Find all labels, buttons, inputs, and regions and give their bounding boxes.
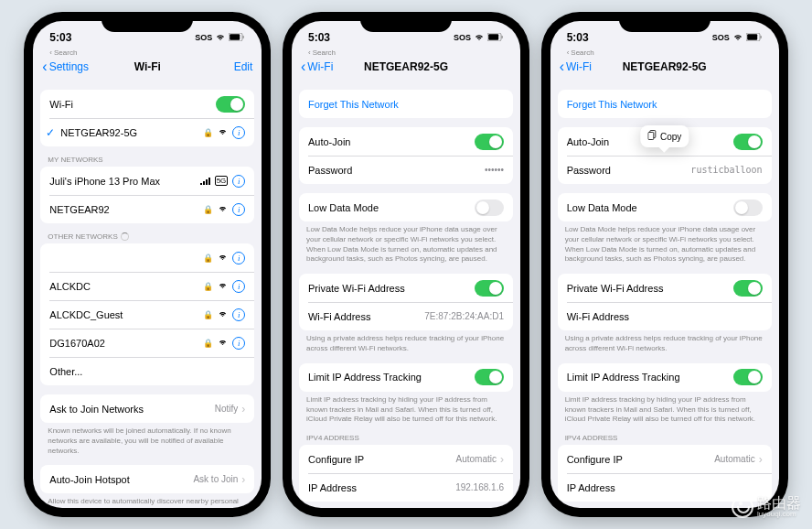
back-button[interactable]: ‹ Wi-Fi bbox=[301, 59, 333, 75]
ask-to-join-row[interactable]: Ask to Join Networks Notify › bbox=[40, 394, 254, 423]
private-wifi-toggle[interactable] bbox=[733, 280, 763, 297]
back-button[interactable]: ‹ Settings bbox=[42, 59, 89, 75]
private-wifi-toggle[interactable] bbox=[475, 280, 504, 297]
battery-icon bbox=[487, 33, 504, 43]
signal-icon bbox=[200, 178, 210, 185]
spinner-icon bbox=[121, 232, 129, 241]
edit-button[interactable]: Edit bbox=[234, 60, 253, 73]
my-network-row[interactable]: NETGEAR92 🔒 i bbox=[40, 195, 254, 223]
status-time: 5:03 bbox=[308, 31, 330, 44]
forget-network-button[interactable]: Forget This Network bbox=[299, 90, 513, 118]
network-name: Other... bbox=[49, 366, 245, 377]
breadcrumb-search[interactable]: ‹ Search bbox=[292, 49, 520, 57]
auto-join-toggle[interactable] bbox=[475, 134, 504, 150]
watermark-main: 路由器 bbox=[757, 496, 801, 511]
configure-ip-row[interactable]: Configure IP Automatic › bbox=[558, 445, 772, 473]
limit-footer: Limit IP address tracking by hiding your… bbox=[299, 392, 513, 425]
other-network-row[interactable]: ALCKDC 🔒 i bbox=[40, 272, 254, 300]
forget-network-button[interactable]: Forget This Network bbox=[558, 90, 772, 118]
notch bbox=[619, 12, 710, 32]
status-time: 5:03 bbox=[567, 31, 589, 44]
wifi-toggle-label: Wi-Fi bbox=[49, 99, 216, 110]
lock-icon: 🔒 bbox=[203, 339, 213, 348]
other-networks-header: OTHER NETWORKS bbox=[40, 232, 254, 243]
low-data-toggle[interactable] bbox=[475, 200, 504, 216]
limit-ip-toggle[interactable] bbox=[475, 369, 504, 385]
other-network-row[interactable]: DG1670A02 🔒 i bbox=[40, 329, 254, 357]
wifi-icon bbox=[218, 127, 228, 137]
copy-popover[interactable]: Copy bbox=[640, 125, 689, 147]
nav-header: ‹ Settings Wi-Fi Edit bbox=[33, 57, 262, 81]
chevron-right-icon: › bbox=[241, 473, 245, 486]
battery-icon bbox=[746, 33, 763, 43]
wifi-address-row[interactable]: Wi-Fi Address bbox=[558, 302, 772, 330]
low-data-mode-row: Low Data Mode bbox=[299, 193, 513, 221]
network-name: DG1670A02 bbox=[49, 338, 203, 349]
connected-network-row[interactable]: ✓ NETGEAR92-5G 🔒 i bbox=[40, 118, 254, 146]
nav-header: ‹ Wi-Fi NETGEAR92-5G bbox=[292, 57, 520, 81]
wifi-icon bbox=[474, 33, 485, 43]
lock-icon: 🔒 bbox=[203, 254, 213, 263]
wifi-icon bbox=[218, 281, 228, 291]
wifi-toggle[interactable] bbox=[216, 96, 245, 113]
svg-rect-7 bbox=[747, 34, 757, 40]
other-network-row-other[interactable]: Other... bbox=[40, 357, 254, 385]
back-button[interactable]: ‹ Wi-Fi bbox=[560, 59, 592, 75]
other-network-row[interactable]: 🔒 i bbox=[40, 243, 254, 272]
chevron-left-icon: ‹ bbox=[49, 49, 52, 57]
limit-ip-toggle[interactable] bbox=[733, 369, 763, 385]
wifi-address-row[interactable]: Wi-Fi Address 7E:87:2B:24:AA:D1 bbox=[299, 302, 513, 330]
connected-network-name: NETGEAR92-5G bbox=[60, 127, 203, 138]
lock-icon: 🔒 bbox=[203, 128, 213, 137]
chevron-left-icon: ‹ bbox=[42, 59, 47, 75]
phone-wifi-detail-revealed: 5:03 SOS ‹ Search ‹ Wi-Fi NETGEAR92-5G C… bbox=[541, 12, 788, 517]
chevron-right-icon: › bbox=[241, 403, 245, 416]
network-name: ALCKDC_Guest bbox=[49, 309, 203, 320]
auto-join-hotspot-row[interactable]: Auto-Join Hotspot Ask to Join › bbox=[40, 465, 254, 493]
info-button[interactable]: i bbox=[232, 308, 245, 321]
limit-footer: Limit IP address tracking by hiding your… bbox=[558, 392, 772, 425]
notch bbox=[102, 12, 193, 32]
password-row[interactable]: Password rusticballoon bbox=[558, 156, 772, 184]
info-button[interactable]: i bbox=[232, 175, 245, 188]
breadcrumb-search[interactable]: ‹ Search bbox=[550, 49, 779, 57]
page-title: Wi-Fi bbox=[134, 60, 161, 73]
phone-wifi-detail-hidden: 5:03 SOS ‹ Search ‹ Wi-Fi NETGEAR92-5G F… bbox=[283, 12, 529, 517]
my-network-row[interactable]: Juli's iPhone 13 Pro Max 5G i bbox=[40, 167, 254, 195]
private-footer: Using a private address helps reduce tra… bbox=[299, 330, 513, 354]
wifi-toggle-row: Wi-Fi bbox=[40, 90, 254, 118]
network-name: Juli's iPhone 13 Pro Max bbox=[49, 176, 199, 187]
other-network-row[interactable]: ALCKDC_Guest 🔒 i bbox=[40, 300, 254, 329]
info-button[interactable]: i bbox=[232, 337, 245, 350]
private-footer: Using a private address helps reduce tra… bbox=[558, 330, 772, 354]
auto-join-toggle[interactable] bbox=[733, 134, 763, 150]
watermark-icon bbox=[732, 496, 753, 518]
info-button[interactable]: i bbox=[232, 252, 245, 264]
network-name: ALCKDC bbox=[49, 281, 203, 292]
checkmark-icon: ✓ bbox=[46, 126, 59, 139]
limit-ip-row: Limit IP Address Tracking bbox=[558, 363, 772, 392]
private-wifi-row: Private Wi-Fi Address bbox=[558, 274, 772, 302]
configure-ip-row[interactable]: Configure IP Automatic › bbox=[299, 445, 513, 473]
lock-icon: 🔒 bbox=[203, 310, 213, 319]
ip-address-row[interactable]: IP Address 192.168.1.6 bbox=[299, 473, 513, 502]
wifi-icon bbox=[732, 33, 743, 43]
info-button[interactable]: i bbox=[232, 126, 245, 139]
status-sos: SOS bbox=[195, 33, 212, 42]
wifi-content: Wi-Fi ✓ NETGEAR92-5G 🔒 i MY bbox=[33, 81, 262, 508]
wifi-icon bbox=[218, 309, 228, 319]
page-title: NETGEAR92-5G bbox=[364, 60, 448, 73]
screen-2: 5:03 SOS ‹ Search ‹ Wi-Fi NETGEAR92-5G F… bbox=[292, 21, 520, 508]
low-data-footer: Low Data Mode helps reduce your iPhone d… bbox=[299, 221, 513, 264]
network-tag: 5G bbox=[215, 176, 229, 186]
info-button[interactable]: i bbox=[232, 203, 245, 216]
my-networks-header: MY NETWORKS bbox=[40, 156, 254, 167]
low-data-mode-row: Low Data Mode bbox=[558, 193, 772, 221]
battery-icon bbox=[229, 33, 245, 43]
low-data-toggle[interactable] bbox=[733, 200, 763, 216]
status-time: 5:03 bbox=[49, 31, 71, 44]
info-button[interactable]: i bbox=[232, 280, 245, 293]
password-row[interactable]: Password •••••• bbox=[299, 156, 513, 184]
svg-rect-5 bbox=[501, 36, 502, 38]
breadcrumb-search[interactable]: ‹ Search bbox=[33, 49, 262, 57]
